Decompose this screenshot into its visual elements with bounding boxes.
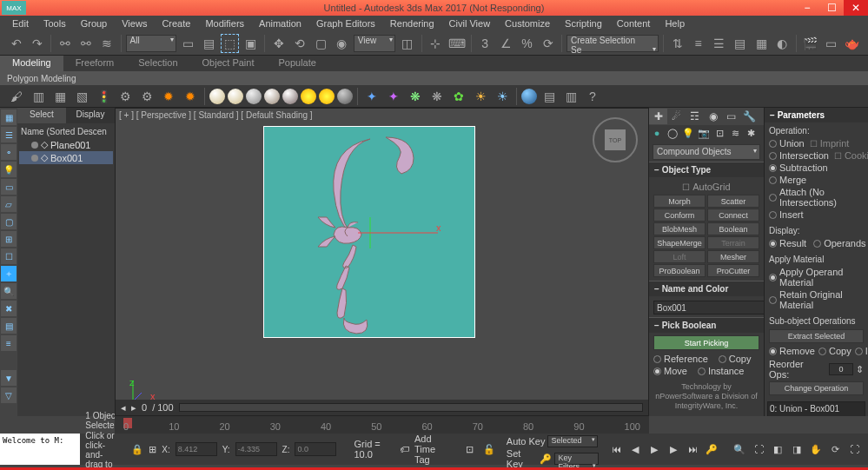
geometry-icon[interactable]: ●	[649, 125, 665, 141]
rollout-pick-boolean[interactable]: Pick Boolean	[649, 317, 764, 333]
lt8-icon[interactable]: ⊞	[1, 231, 17, 247]
mat5-icon[interactable]	[282, 89, 298, 104]
list2-icon[interactable]: ▥	[561, 87, 580, 106]
sun2-icon[interactable]	[319, 89, 335, 104]
globe-icon[interactable]	[521, 89, 537, 104]
apply-operand-mat[interactable]: Apply Operand Material	[769, 266, 864, 288]
named-selection-dropdown[interactable]: Create Selection Se	[567, 35, 659, 52]
instance-radio[interactable]: Instance	[698, 365, 745, 377]
angle-snap-icon[interactable]: ∠	[497, 34, 515, 53]
panel2-icon[interactable]: ▦	[50, 87, 70, 106]
keyboard-icon[interactable]: ⌨	[447, 34, 467, 53]
op-union[interactable]: Union	[769, 137, 805, 149]
play-icon[interactable]: ▶	[646, 440, 663, 458]
menu-modifiers[interactable]: Modifiers	[198, 17, 251, 30]
select-region-icon[interactable]: ⬚	[221, 34, 239, 53]
menu-group[interactable]: Group	[74, 17, 115, 30]
link-icon[interactable]: ⚯	[56, 34, 74, 53]
panel3-icon[interactable]: ▧	[72, 87, 91, 106]
mirror-icon[interactable]: ⇅	[668, 34, 686, 53]
pan-icon[interactable]: ✋	[807, 440, 825, 458]
isolate-icon[interactable]: ⊡	[461, 440, 479, 458]
refcoord-dropdown[interactable]: View	[354, 35, 396, 52]
spinner-snap-icon[interactable]: ⟳	[539, 34, 557, 53]
add-time-tag[interactable]: Add Time Tag	[414, 434, 449, 465]
rollout-name-color[interactable]: Name and Color	[649, 281, 764, 296]
motion-tab-icon[interactable]: ◉	[704, 109, 722, 124]
gizmo-icon[interactable]: ✹	[159, 87, 178, 106]
scene-tab-display[interactable]: Display	[66, 108, 115, 123]
mat3-icon[interactable]	[246, 89, 262, 104]
close-button[interactable]: ✕	[844, 0, 868, 16]
sub-remove[interactable]: Remove	[769, 345, 815, 357]
undo-icon[interactable]: ↶	[7, 34, 25, 53]
conform-button[interactable]: Conform	[653, 209, 706, 222]
maxscript-listener[interactable]: Welcome to M:	[0, 434, 80, 465]
lt13-icon[interactable]: ▤	[1, 318, 17, 334]
panel1-icon[interactable]: ▥	[29, 87, 48, 106]
coord-icon[interactable]: ⊞	[149, 444, 156, 455]
scale-icon[interactable]: ▢	[311, 34, 329, 53]
unlink-icon[interactable]: ⚯	[76, 34, 95, 53]
category-dropdown[interactable]: Compound Objects	[653, 144, 760, 160]
traffic-icon[interactable]: 🚦	[94, 87, 113, 106]
autokey-button[interactable]: Auto Key	[507, 436, 546, 447]
menu-edit[interactable]: Edit	[5, 17, 36, 30]
fov-icon[interactable]: ◨	[788, 440, 805, 458]
zoom-all-icon[interactable]: ⛶	[750, 440, 767, 458]
reference-radio[interactable]: Reference	[653, 353, 708, 365]
list1-icon[interactable]: ▤	[540, 87, 559, 106]
lt6-icon[interactable]: ▱	[1, 196, 17, 212]
setkey-button[interactable]: Set Key	[507, 448, 534, 469]
redo-icon[interactable]: ↷	[28, 34, 46, 53]
ribbon-tab-modeling[interactable]: Modeling	[0, 56, 63, 71]
terrain-button[interactable]: Terrain	[707, 236, 759, 249]
change-op-button[interactable]: Change Operation	[769, 381, 864, 395]
lt5-icon[interactable]: ▭	[1, 179, 17, 195]
fx7-icon[interactable]: ☀	[493, 87, 512, 106]
fx3-icon[interactable]: ❋	[406, 87, 425, 106]
disp-result[interactable]: Result	[769, 237, 806, 249]
start-picking-button[interactable]: Start Picking	[653, 335, 759, 350]
menu-help[interactable]: Help	[658, 17, 692, 30]
zoom-icon[interactable]: 🔍	[731, 440, 748, 458]
disp-operands[interactable]: Operands	[813, 237, 865, 249]
goto-start-icon[interactable]: ⏮	[607, 440, 625, 458]
procutter-button[interactable]: ProCutter	[707, 264, 759, 277]
manipulate-icon[interactable]: ⊹	[426, 34, 444, 53]
viewport-label[interactable]: [ + ] [ Perspective ] [ Standard ] [ Def…	[119, 110, 313, 120]
placement-icon[interactable]: ◉	[333, 34, 351, 53]
select-icon[interactable]: ▭	[179, 34, 197, 53]
schematic-icon[interactable]: ▦	[752, 34, 771, 53]
goto-end-icon[interactable]: ⏭	[684, 440, 701, 458]
ribbon-tab-freeform[interactable]: Freeform	[63, 56, 127, 71]
lock2-icon[interactable]: 🔓	[480, 440, 498, 458]
spacewarps-icon[interactable]: ≋	[727, 125, 743, 141]
mat6-icon[interactable]	[337, 89, 353, 104]
next-frame-icon[interactable]: ▶	[665, 440, 682, 458]
proboolean-button[interactable]: ProBoolean	[653, 264, 706, 277]
cameras-icon[interactable]: 📷	[696, 125, 712, 141]
z-input[interactable]	[295, 442, 336, 456]
hierarchy-tab-icon[interactable]: ☶	[686, 109, 704, 124]
op-imprint[interactable]: ☐ Imprint	[810, 137, 850, 149]
lt4-icon[interactable]: 💡	[1, 162, 17, 177]
scene-header[interactable]: Name (Sorted Descen	[19, 125, 113, 138]
render-setup-icon[interactable]: 🎬	[801, 34, 819, 53]
menu-customize[interactable]: Customize	[498, 17, 557, 30]
render-icon[interactable]: 🫖	[843, 34, 861, 53]
lt11-icon[interactable]: 🔍	[1, 283, 17, 299]
ribbon-tab-populate[interactable]: Populate	[266, 56, 328, 71]
object-name-input[interactable]	[653, 301, 771, 314]
op-insert[interactable]: Insert	[769, 209, 864, 221]
window-crossing-icon[interactable]: ▣	[242, 34, 260, 53]
menu-tools[interactable]: Tools	[36, 17, 73, 30]
lights-icon[interactable]: 💡	[680, 125, 696, 141]
render-frame-icon[interactable]: ▭	[822, 34, 840, 53]
zoom-ext-icon[interactable]: ◧	[769, 440, 786, 458]
mat1-icon[interactable]	[209, 89, 225, 104]
fx6-icon[interactable]: ☀	[471, 87, 490, 106]
systems-icon[interactable]: ✱	[743, 125, 759, 141]
modify-tab-icon[interactable]: ☄	[667, 109, 686, 124]
move-icon[interactable]: ✥	[269, 34, 288, 53]
